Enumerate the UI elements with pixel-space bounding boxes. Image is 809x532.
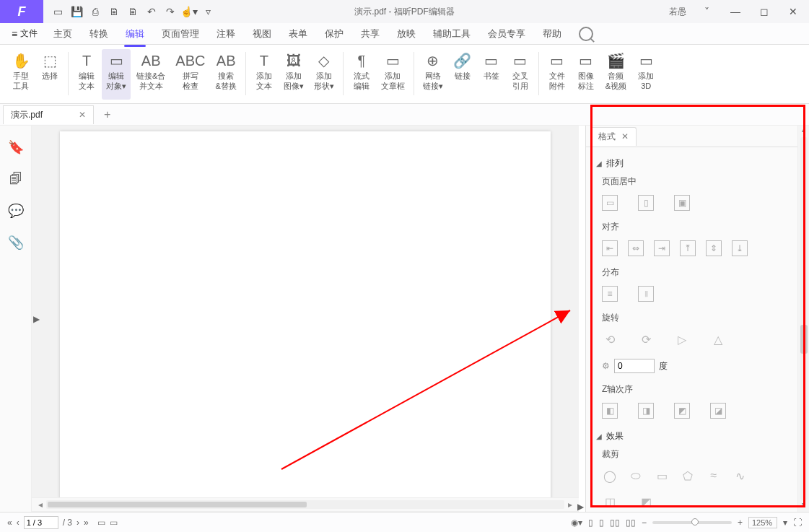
page-input[interactable] (24, 516, 58, 529)
layout-single-icon[interactable]: ▯ (588, 518, 593, 528)
ribbon-attach[interactable]: ▭文件 附件 (543, 49, 571, 100)
zoom-menu-icon[interactable]: ▾ (783, 518, 787, 528)
scroll-down-icon[interactable]: ▾ (802, 500, 805, 512)
send-backward-icon[interactable]: ◩ (674, 403, 690, 419)
first-page-icon[interactable]: « (7, 518, 12, 528)
layout-facing-icon[interactable]: ▯▯ (610, 518, 620, 528)
pdf-page[interactable] (60, 131, 551, 497)
redo-icon[interactable]: ↷ (162, 3, 179, 20)
zoom-in-icon[interactable]: + (738, 518, 743, 528)
zoom-out-icon[interactable]: − (642, 518, 647, 528)
rotate-right-icon[interactable]: ⟳ (638, 331, 654, 347)
menu-tab-转换[interactable]: 转换 (81, 25, 117, 43)
bookmark-icon[interactable]: 🔖 (9, 140, 23, 154)
ribbon-edit-object[interactable]: ▭编辑 对象▾ (102, 49, 131, 100)
ribbon-add3d[interactable]: ▭添加 3D (632, 49, 660, 100)
bring-forward-icon[interactable]: ◨ (638, 403, 654, 419)
user-name[interactable]: 若愚 (665, 6, 691, 18)
doc-icon[interactable]: 🗎 (105, 3, 123, 20)
ribbon-select[interactable]: ⬚选择 (36, 49, 64, 100)
ribbon-hand[interactable]: ✋手型 工具 (7, 49, 35, 100)
ribbon-image-flag[interactable]: ▭图像 标注 (572, 49, 600, 100)
open-icon[interactable]: ▭ (49, 3, 66, 20)
hand-menu-icon[interactable]: ☝▾ (180, 3, 198, 20)
crop-pentagon-icon[interactable]: ⬠ (680, 468, 696, 484)
crop-free-icon[interactable]: ◩ (638, 494, 654, 510)
page-viewport[interactable] (32, 126, 579, 497)
next-page-icon[interactable]: › (76, 518, 79, 528)
crop-tool-icon[interactable]: ◫ (602, 494, 618, 510)
menu-tab-编辑[interactable]: 编辑 (117, 25, 153, 43)
align-top-icon[interactable]: ⤒ (680, 240, 696, 256)
qat-more-icon[interactable]: ▿ (199, 3, 217, 20)
v-scroll-track[interactable] (800, 137, 808, 500)
menu-tab-共享[interactable]: 共享 (352, 25, 388, 43)
expand-right-icon[interactable]: ▶ (577, 502, 584, 512)
center-v-icon[interactable]: ▯ (638, 195, 654, 211)
ribbon-av[interactable]: 🎬音频 &视频 (601, 49, 631, 100)
center-h-icon[interactable]: ▭ (602, 195, 618, 211)
layout-cont-icon[interactable]: ▯ (599, 518, 604, 528)
menu-tab-表单[interactable]: 表单 (280, 25, 316, 43)
zoom-value[interactable]: 125% (748, 517, 777, 528)
scroll-left-icon[interactable]: ◂ (35, 500, 46, 510)
menu-tab-放映[interactable]: 放映 (388, 25, 424, 43)
menu-tab-主页[interactable]: 主页 (45, 25, 81, 43)
zoom-slider[interactable] (652, 521, 732, 524)
new-tab-button[interactable]: + (94, 108, 121, 121)
menu-tab-视图[interactable]: 视图 (244, 25, 280, 43)
send-back-icon[interactable]: ◪ (710, 403, 726, 419)
menu-tab-辅助工具[interactable]: 辅助工具 (424, 25, 479, 43)
menu-tab-注释[interactable]: 注释 (208, 25, 244, 43)
menu-tab-保护[interactable]: 保护 (316, 25, 352, 43)
ribbon-link-merge[interactable]: AB链接&合 并文本 (132, 49, 170, 100)
fullscreen-icon[interactable]: ⛶ (793, 518, 802, 528)
v-scroll-thumb[interactable] (800, 325, 808, 354)
close-panel-icon[interactable]: ✕ (621, 131, 629, 141)
view-fwd-icon[interactable]: ▭ (110, 518, 118, 528)
prev-page-icon[interactable]: ‹ (17, 518, 19, 528)
menu-tab-页面管理[interactable]: 页面管理 (153, 25, 208, 43)
align-hcenter-icon[interactable]: ⇔ (628, 240, 644, 256)
file-menu[interactable]: ≡ 文件 (6, 25, 43, 43)
menu-tab-会员专享[interactable]: 会员专享 (479, 25, 534, 43)
scroll-up-icon[interactable]: ▴ (802, 126, 805, 137)
attachment-icon[interactable]: 📎 (9, 235, 23, 250)
align-bottom-icon[interactable]: ⤓ (732, 240, 748, 256)
ribbon-add-text[interactable]: T添加 文本 (250, 49, 278, 100)
crop-curve-icon[interactable]: ∿ (732, 468, 748, 484)
close-tab-icon[interactable]: ✕ (79, 110, 86, 120)
distribute-h-icon[interactable]: ≡ (602, 286, 618, 302)
effect-group-header[interactable]: ◢效果 (596, 426, 787, 445)
undo-icon[interactable]: ↶ (143, 3, 160, 20)
bring-front-icon[interactable]: ◧ (602, 403, 618, 419)
rotation-input[interactable] (614, 359, 655, 373)
view-back-icon[interactable]: ▭ (97, 518, 105, 528)
minimize-button[interactable]: — (722, 1, 748, 22)
crop-oval-icon[interactable]: ⬭ (628, 468, 644, 484)
doc2-icon[interactable]: 🗎 (124, 3, 141, 20)
ribbon-find-replace[interactable]: AB搜索 &替换 (211, 49, 240, 100)
align-vcenter-icon[interactable]: ⇕ (706, 240, 722, 256)
center-both-icon[interactable]: ▣ (674, 195, 690, 211)
user-menu-icon[interactable]: ˅ (694, 1, 720, 22)
align-left-icon[interactable]: ⇤ (602, 240, 618, 256)
scroll-right-icon[interactable]: ▸ (564, 500, 576, 510)
save-icon[interactable]: 💾 (68, 3, 85, 20)
ribbon-add-article[interactable]: ▭添加 文章框 (377, 49, 409, 100)
ribbon-spell[interactable]: ABC拼写 检查 (171, 49, 209, 100)
crop-rect-icon[interactable]: ▭ (654, 468, 670, 484)
flip-h-icon[interactable]: ▷ (674, 331, 690, 347)
ribbon-edit-text[interactable]: T编辑 文本 (73, 49, 100, 100)
h-scroll-track[interactable] (46, 500, 564, 509)
h-scroll-thumb[interactable] (48, 502, 307, 507)
search-icon[interactable] (579, 27, 593, 41)
ribbon-reflow[interactable]: ¶流式 编辑 (348, 49, 375, 100)
crop-wave-icon[interactable]: ≈ (706, 468, 722, 484)
ribbon-add-image[interactable]: 🖼添加 图像▾ (279, 49, 308, 100)
crop-ellipse-icon[interactable]: ◯ (602, 468, 618, 484)
distribute-v-icon[interactable]: ⫴ (638, 286, 654, 302)
align-right-icon[interactable]: ⇥ (654, 240, 670, 256)
pages-icon[interactable]: 🗐 (9, 172, 23, 186)
ribbon-weblink[interactable]: ⊕网络 链接▾ (419, 49, 447, 100)
